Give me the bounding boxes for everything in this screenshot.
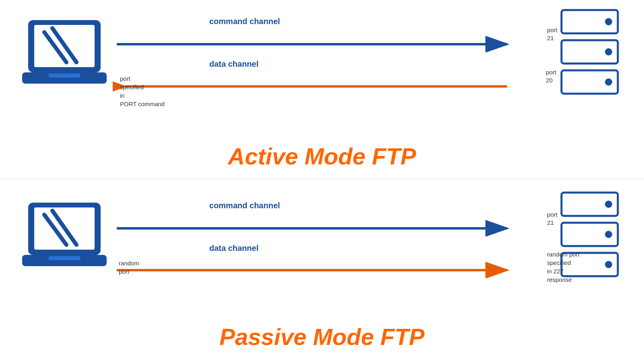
command-channel-arrow-active bbox=[113, 28, 535, 52]
svg-point-9 bbox=[605, 48, 612, 55]
svg-point-11 bbox=[605, 78, 612, 86]
laptop-icon-passive bbox=[20, 199, 109, 279]
port20-label-active: port20 bbox=[546, 68, 556, 84]
command-channel-label-passive: command channel bbox=[209, 201, 280, 210]
active-mode-section: command channel port21 data channel port… bbox=[0, 0, 644, 178]
command-channel-label-active: command channel bbox=[209, 17, 280, 26]
port21-label-passive: port21 bbox=[547, 211, 557, 226]
server-stack-active bbox=[559, 8, 620, 96]
svg-rect-21 bbox=[48, 256, 80, 260]
svg-point-23 bbox=[605, 201, 612, 208]
passive-mode-section: command channel port21 data channel rand… bbox=[0, 178, 644, 357]
random-port-client-label-passive: randomport bbox=[119, 259, 139, 276]
data-channel-arrow-active bbox=[113, 70, 535, 94]
laptop-icon-active bbox=[20, 16, 109, 96]
data-channel-arrow-passive bbox=[113, 254, 535, 278]
svg-point-25 bbox=[605, 231, 612, 238]
svg-point-27 bbox=[605, 261, 612, 268]
data-channel-label-active: data channel bbox=[209, 60, 258, 69]
random-port-server-label-passive: random portspecifiedin 227response bbox=[547, 250, 580, 284]
port21-label-active: port21 bbox=[547, 26, 557, 42]
passive-mode-title: Passive Mode FTP bbox=[0, 323, 644, 350]
data-channel-label-passive: data channel bbox=[209, 244, 258, 253]
command-channel-arrow-passive bbox=[113, 212, 535, 236]
port-specified-label-active: portspecifiedinPORT command bbox=[120, 74, 165, 108]
svg-point-7 bbox=[605, 18, 612, 25]
active-mode-title: Active Mode FTP bbox=[0, 143, 644, 170]
svg-rect-5 bbox=[48, 74, 80, 78]
divider bbox=[0, 178, 644, 179]
